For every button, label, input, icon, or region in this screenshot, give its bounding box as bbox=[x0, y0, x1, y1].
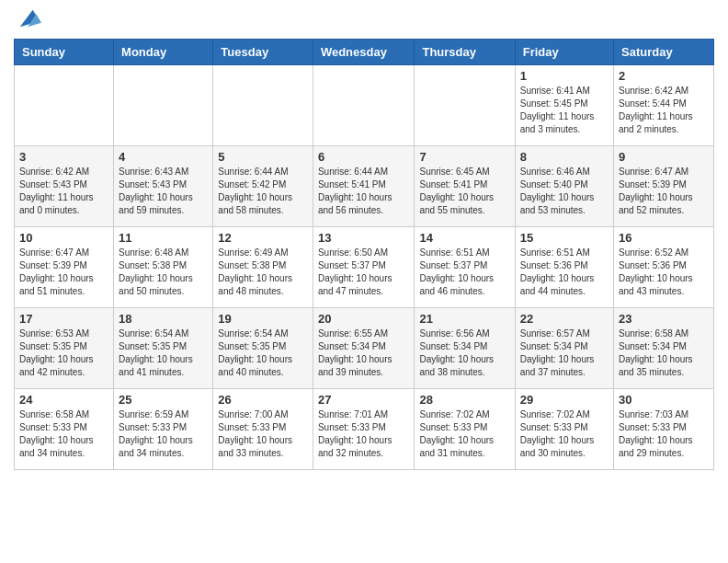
calendar-cell: 6Sunrise: 6:44 AM Sunset: 5:41 PM Daylig… bbox=[313, 146, 415, 227]
calendar-header-monday: Monday bbox=[114, 40, 213, 65]
day-number: 16 bbox=[619, 231, 709, 245]
calendar-cell: 28Sunrise: 7:02 AM Sunset: 5:33 PM Dayli… bbox=[415, 389, 515, 470]
logo-area bbox=[14, 9, 41, 31]
calendar-cell: 18Sunrise: 6:54 AM Sunset: 5:35 PM Dayli… bbox=[114, 308, 213, 389]
calendar-cell: 3Sunrise: 6:42 AM Sunset: 5:43 PM Daylig… bbox=[15, 146, 114, 227]
day-number: 25 bbox=[119, 393, 208, 407]
day-number: 20 bbox=[318, 312, 410, 326]
day-number: 14 bbox=[419, 231, 509, 245]
calendar-cell: 30Sunrise: 7:03 AM Sunset: 5:33 PM Dayli… bbox=[614, 389, 714, 470]
calendar-cell: 5Sunrise: 6:44 AM Sunset: 5:42 PM Daylig… bbox=[213, 146, 313, 227]
calendar-header-wednesday: Wednesday bbox=[313, 40, 415, 65]
day-info: Sunrise: 6:47 AM Sunset: 5:39 PM Dayligh… bbox=[19, 247, 108, 298]
day-info: Sunrise: 6:54 AM Sunset: 5:35 PM Dayligh… bbox=[218, 327, 308, 379]
day-info: Sunrise: 6:48 AM Sunset: 5:38 PM Dayligh… bbox=[119, 247, 208, 298]
calendar-cell: 9Sunrise: 6:47 AM Sunset: 5:39 PM Daylig… bbox=[614, 146, 714, 227]
calendar-cell: 10Sunrise: 6:47 AM Sunset: 5:39 PM Dayli… bbox=[15, 227, 114, 308]
calendar-week-3: 10Sunrise: 6:47 AM Sunset: 5:39 PM Dayli… bbox=[15, 227, 714, 308]
calendar-cell: 23Sunrise: 6:58 AM Sunset: 5:34 PM Dayli… bbox=[614, 308, 714, 389]
calendar-cell: 12Sunrise: 6:49 AM Sunset: 5:38 PM Dayli… bbox=[213, 227, 313, 308]
day-info: Sunrise: 6:49 AM Sunset: 5:38 PM Dayligh… bbox=[218, 247, 308, 298]
calendar-cell bbox=[114, 65, 213, 146]
day-number: 21 bbox=[419, 312, 509, 326]
day-number: 3 bbox=[19, 150, 108, 164]
day-number: 18 bbox=[119, 312, 208, 326]
calendar-cell: 25Sunrise: 6:59 AM Sunset: 5:33 PM Dayli… bbox=[114, 389, 213, 470]
calendar-header-friday: Friday bbox=[515, 40, 613, 65]
calendar-cell bbox=[213, 65, 313, 146]
day-info: Sunrise: 6:42 AM Sunset: 5:43 PM Dayligh… bbox=[19, 166, 108, 217]
calendar-cell: 14Sunrise: 6:51 AM Sunset: 5:37 PM Dayli… bbox=[415, 227, 515, 308]
day-number: 2 bbox=[619, 69, 709, 83]
day-number: 12 bbox=[218, 231, 308, 245]
day-number: 17 bbox=[19, 312, 108, 326]
day-info: Sunrise: 6:52 AM Sunset: 5:36 PM Dayligh… bbox=[619, 247, 709, 298]
calendar-cell: 2Sunrise: 6:42 AM Sunset: 5:44 PM Daylig… bbox=[614, 65, 714, 146]
calendar-cell: 20Sunrise: 6:55 AM Sunset: 5:34 PM Dayli… bbox=[313, 308, 415, 389]
day-number: 7 bbox=[419, 150, 509, 164]
day-info: Sunrise: 6:42 AM Sunset: 5:44 PM Dayligh… bbox=[619, 85, 709, 136]
day-number: 26 bbox=[218, 393, 308, 407]
calendar-cell: 8Sunrise: 6:46 AM Sunset: 5:40 PM Daylig… bbox=[515, 146, 613, 227]
day-number: 28 bbox=[419, 393, 509, 407]
page: SundayMondayTuesdayWednesdayThursdayFrid… bbox=[0, 0, 728, 484]
day-info: Sunrise: 6:57 AM Sunset: 5:34 PM Dayligh… bbox=[520, 327, 609, 379]
day-number: 11 bbox=[119, 231, 208, 245]
day-number: 29 bbox=[520, 393, 609, 407]
day-info: Sunrise: 6:41 AM Sunset: 5:45 PM Dayligh… bbox=[520, 85, 609, 136]
day-info: Sunrise: 7:03 AM Sunset: 5:33 PM Dayligh… bbox=[619, 408, 709, 460]
day-number: 23 bbox=[619, 312, 709, 326]
day-info: Sunrise: 6:50 AM Sunset: 5:37 PM Dayligh… bbox=[318, 247, 410, 298]
day-number: 30 bbox=[619, 393, 709, 407]
day-number: 1 bbox=[520, 69, 609, 83]
day-number: 4 bbox=[119, 150, 208, 164]
calendar-header-row: SundayMondayTuesdayWednesdayThursdayFrid… bbox=[15, 40, 714, 65]
calendar-cell: 15Sunrise: 6:51 AM Sunset: 5:36 PM Dayli… bbox=[515, 227, 613, 308]
calendar-cell: 22Sunrise: 6:57 AM Sunset: 5:34 PM Dayli… bbox=[515, 308, 613, 389]
day-number: 27 bbox=[318, 393, 410, 407]
day-info: Sunrise: 6:56 AM Sunset: 5:34 PM Dayligh… bbox=[419, 327, 509, 379]
logo-icon bbox=[16, 6, 41, 31]
day-info: Sunrise: 6:45 AM Sunset: 5:41 PM Dayligh… bbox=[419, 166, 509, 217]
calendar-header-sunday: Sunday bbox=[15, 40, 114, 65]
day-number: 15 bbox=[520, 231, 609, 245]
day-info: Sunrise: 7:02 AM Sunset: 5:33 PM Dayligh… bbox=[419, 408, 509, 460]
calendar-week-2: 3Sunrise: 6:42 AM Sunset: 5:43 PM Daylig… bbox=[15, 146, 714, 227]
day-info: Sunrise: 6:51 AM Sunset: 5:37 PM Dayligh… bbox=[419, 247, 509, 298]
day-number: 13 bbox=[318, 231, 410, 245]
day-info: Sunrise: 6:58 AM Sunset: 5:33 PM Dayligh… bbox=[19, 408, 108, 460]
day-info: Sunrise: 6:44 AM Sunset: 5:41 PM Dayligh… bbox=[318, 166, 410, 217]
calendar-week-1: 1Sunrise: 6:41 AM Sunset: 5:45 PM Daylig… bbox=[15, 65, 714, 146]
day-info: Sunrise: 6:58 AM Sunset: 5:34 PM Dayligh… bbox=[619, 327, 709, 379]
calendar-cell: 16Sunrise: 6:52 AM Sunset: 5:36 PM Dayli… bbox=[614, 227, 714, 308]
day-number: 5 bbox=[218, 150, 308, 164]
calendar-cell: 4Sunrise: 6:43 AM Sunset: 5:43 PM Daylig… bbox=[114, 146, 213, 227]
calendar-header-thursday: Thursday bbox=[415, 40, 515, 65]
calendar-cell bbox=[415, 65, 515, 146]
calendar-cell: 27Sunrise: 7:01 AM Sunset: 5:33 PM Dayli… bbox=[313, 389, 415, 470]
day-info: Sunrise: 7:00 AM Sunset: 5:33 PM Dayligh… bbox=[218, 408, 308, 460]
day-number: 24 bbox=[19, 393, 108, 407]
day-info: Sunrise: 6:54 AM Sunset: 5:35 PM Dayligh… bbox=[119, 327, 208, 379]
day-info: Sunrise: 6:51 AM Sunset: 5:36 PM Dayligh… bbox=[520, 247, 609, 298]
logo-text bbox=[14, 9, 41, 31]
calendar-cell: 7Sunrise: 6:45 AM Sunset: 5:41 PM Daylig… bbox=[415, 146, 515, 227]
calendar-week-5: 24Sunrise: 6:58 AM Sunset: 5:33 PM Dayli… bbox=[15, 389, 714, 470]
calendar-cell: 11Sunrise: 6:48 AM Sunset: 5:38 PM Dayli… bbox=[114, 227, 213, 308]
calendar-cell: 13Sunrise: 6:50 AM Sunset: 5:37 PM Dayli… bbox=[313, 227, 415, 308]
calendar-week-4: 17Sunrise: 6:53 AM Sunset: 5:35 PM Dayli… bbox=[15, 308, 714, 389]
calendar-cell: 24Sunrise: 6:58 AM Sunset: 5:33 PM Dayli… bbox=[15, 389, 114, 470]
day-info: Sunrise: 6:55 AM Sunset: 5:34 PM Dayligh… bbox=[318, 327, 410, 379]
day-number: 22 bbox=[520, 312, 609, 326]
calendar-cell bbox=[15, 65, 114, 146]
day-info: Sunrise: 6:47 AM Sunset: 5:39 PM Dayligh… bbox=[619, 166, 709, 217]
calendar-cell: 1Sunrise: 6:41 AM Sunset: 5:45 PM Daylig… bbox=[515, 65, 613, 146]
calendar-header-tuesday: Tuesday bbox=[213, 40, 313, 65]
day-number: 8 bbox=[520, 150, 609, 164]
day-info: Sunrise: 7:01 AM Sunset: 5:33 PM Dayligh… bbox=[318, 408, 410, 460]
calendar-header-saturday: Saturday bbox=[614, 40, 714, 65]
day-info: Sunrise: 6:59 AM Sunset: 5:33 PM Dayligh… bbox=[119, 408, 208, 460]
calendar-cell: 17Sunrise: 6:53 AM Sunset: 5:35 PM Dayli… bbox=[15, 308, 114, 389]
calendar-cell: 26Sunrise: 7:00 AM Sunset: 5:33 PM Dayli… bbox=[213, 389, 313, 470]
day-info: Sunrise: 7:02 AM Sunset: 5:33 PM Dayligh… bbox=[520, 408, 609, 460]
